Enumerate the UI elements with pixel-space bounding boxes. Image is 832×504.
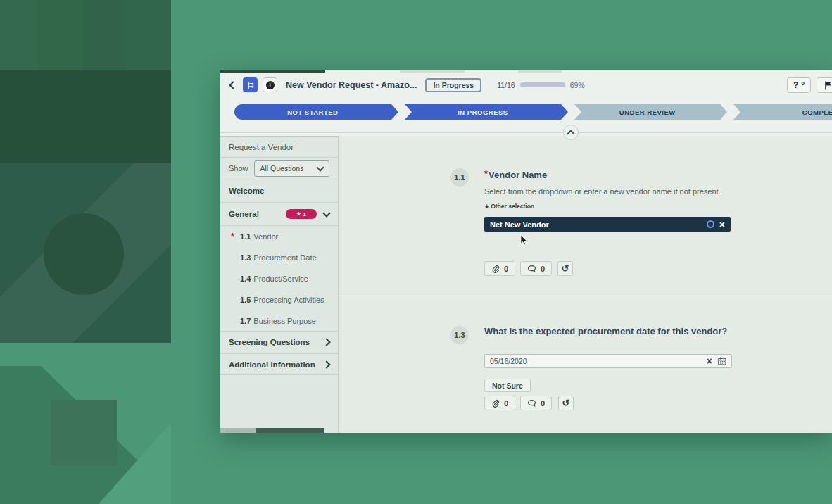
question-content-area: 1.1 *Vendor Name Select from the dropdow… [339,136,832,433]
bg-block [0,0,37,70]
question-number: 1.7 [240,317,251,325]
comment-count: 0 [541,399,545,408]
comment-icon [527,399,536,408]
required-asterisk: * [484,168,488,179]
attachments-button[interactable]: 0 [484,261,515,276]
help-count: 0 [801,80,804,87]
question-nav-sidebar: Request a Vendor Show All Questions Welc… [220,136,339,433]
progress-count: 11/16 [497,81,515,89]
help-button[interactable]: ? 0 [787,77,811,93]
question-title-text: Vendor Name [489,170,547,180]
not-sure-button[interactable]: Not Sure [484,379,531,392]
clear-icon[interactable]: × [707,356,712,366]
clear-icon[interactable]: × [719,220,725,229]
app-window: i New Vendor Request - Amazo... In Progr… [220,70,832,433]
question-label: Product/Service [253,275,308,283]
comments-button[interactable]: 0 [520,261,552,276]
chevron-down-icon [316,163,324,171]
attachments-button[interactable]: 0 [484,396,515,410]
vendor-name-input[interactable]: Net New Vendor × [484,217,731,232]
bg-teal-block [0,163,171,343]
sidebar-item-q1-7[interactable]: 1.7 Business Purpose [220,310,338,332]
show-label: Show [229,164,248,172]
sidebar-item-screening-questions[interactable]: Screening Questions [220,332,338,353]
text-caret [550,220,550,229]
history-button[interactable]: ↺ [557,261,573,276]
star-icon: ★ [296,211,301,217]
question-number: 1.4 [240,275,251,283]
history-icon: ↺ [562,264,569,273]
chevron-up-icon [567,130,574,137]
question-label: Vendor [253,232,278,241]
outline-tree-button[interactable] [243,77,258,92]
progress-bar [520,82,565,87]
info-button[interactable]: i [263,77,277,92]
sidebar-item-q1-3[interactable]: 1.3 Procurement Date [220,247,338,268]
paperclip-icon [491,265,500,273]
section-divider [339,296,832,296]
question-description: Select from the dropdown or enter a new … [484,187,719,196]
section-label: Additional Information [229,360,315,369]
required-count-badge: ★ 1 [286,209,317,219]
sidebar-item-q1-5[interactable]: 1.5 Processing Activities [220,289,338,310]
sidebar-item-welcome[interactable]: Welcome [220,179,338,203]
chevron-down-icon [322,209,330,217]
badge-count: 1 [303,211,305,218]
stage-complete[interactable]: COMPLETE [733,104,832,120]
chevron-right-icon [322,360,330,368]
stage-not-started[interactable]: NOT STARTED [234,104,391,120]
question-number-badge: 1.3 [450,326,469,344]
stage-in-progress[interactable]: IN PROGRESS [405,104,562,120]
other-selection-tag: ★ Other selection [484,203,534,210]
history-button[interactable]: ↺ [558,396,574,410]
comments-button[interactable]: 0 [520,396,552,410]
attachment-count: 0 [504,399,508,408]
stage-under-review[interactable]: UNDER REVIEW [574,104,720,120]
filter-row: Show All Questions [220,158,338,179]
flag-button[interactable]: 0 [817,77,832,93]
bg-block [37,0,83,70]
bg-dark-band [0,70,171,163]
sidebar-item-q1-1[interactable]: * 1.1 Vendor [220,226,338,247]
bg-block [127,0,171,70]
history-icon: ↺ [562,398,570,408]
calendar-icon[interactable] [718,357,726,365]
status-badge: In Progress [425,78,481,92]
chevron-left-icon [229,81,237,89]
question-label: Processing Activities [253,296,324,304]
sidebar-header: Request a Vendor [220,137,338,158]
filter-value: All Questions [260,164,304,172]
loading-spinner-icon [707,220,714,228]
bg-block-row [0,0,171,70]
bg-ellipse [44,213,124,295]
required-marker: * [231,232,234,241]
back-button[interactable] [230,82,236,88]
sidebar-item-additional-information[interactable]: Additional Information [220,353,338,375]
workflow-stage-bar: NOT STARTED IN PROGRESS UNDER REVIEW COM… [234,104,832,120]
question-number-badge: 1.1 [450,168,469,187]
star-icon: ★ [484,203,489,210]
question-title: What is the expected procurement date fo… [484,326,727,336]
attachment-count: 0 [504,265,508,273]
question-label: Business Purpose [253,317,316,325]
info-icon: i [266,81,275,89]
request-title: New Vendor Request - Amazo... [286,80,417,90]
sidebar-item-general[interactable]: General ★ 1 [220,203,338,226]
comment-count: 0 [541,265,545,273]
progress-percent: 69% [570,81,585,89]
other-selection-label: Other selection [491,203,534,210]
mouse-cursor [520,235,529,246]
question-title: *Vendor Name [484,168,547,180]
flag-icon [824,81,832,90]
date-input[interactable] [490,357,701,365]
question-filter-select[interactable]: All Questions [254,160,329,177]
bg-block [83,0,127,70]
question-label: Procurement Date [253,253,316,262]
procurement-date-field[interactable]: × [484,354,732,368]
question-number: 1.1 [240,232,251,241]
collapse-stages-button[interactable] [563,125,579,140]
sitemap-icon [246,81,255,89]
sidebar-item-q1-4[interactable]: 1.4 Product/Service [220,268,338,289]
question-mark-icon: ? [793,80,798,90]
bg-square [51,400,117,465]
